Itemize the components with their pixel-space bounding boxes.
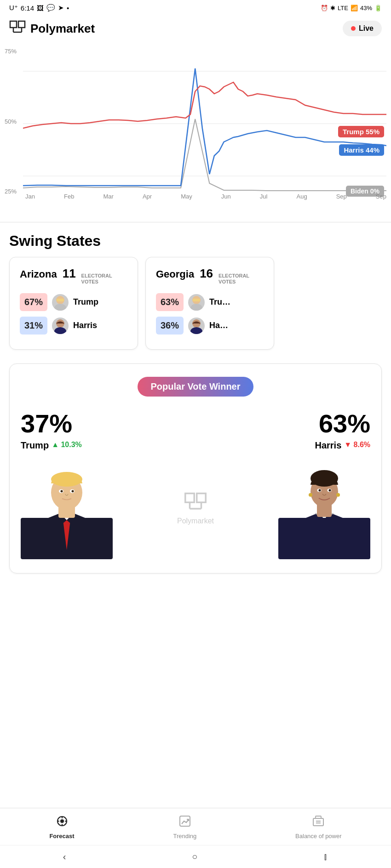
harris-vote-section: 63% Harris ▼ 8.6% <box>315 408 370 451</box>
lte-icon: LTE <box>338 5 348 11</box>
trump-vote-section: 37% Trump ▲ 10.3% <box>21 408 82 451</box>
chart-x-labels: Jan Feb Mar Apr May Jun Jul Aug Sep Sep <box>25 193 386 200</box>
x-may: May <box>181 193 192 200</box>
home-button[interactable]: ○ <box>192 851 197 862</box>
harris-figure-svg <box>278 458 370 559</box>
y-label-75: 75% <box>5 48 17 55</box>
nav-trending[interactable]: Trending <box>173 815 196 840</box>
harris-image-container <box>278 458 370 559</box>
card-header-arizona: Arizona 11 ELECTORALVOTES <box>20 267 127 285</box>
swing-card-georgia: Georgia 16 ELECTORALVOTES 63% Tru… 36% <box>145 257 274 350</box>
chart-svg <box>23 45 386 202</box>
svg-point-42 <box>336 493 340 497</box>
x-aug: Aug <box>296 193 307 200</box>
state-name-georgia: Georgia <box>156 268 194 280</box>
trending-icon <box>178 815 191 830</box>
swing-states-scroll[interactable]: Arizona 11 ELECTORALVOTES 67% Trump 31% <box>0 257 391 359</box>
trump-chart-label: Trump 55% <box>338 126 384 137</box>
price-chart: 75% 50% 25% Trump 55% Harris 44% Biden 0… <box>0 43 391 222</box>
back-button[interactable]: ‹ <box>63 851 66 862</box>
swing-card-arizona: Arizona 11 ELECTORALVOTES 67% Trump 31% <box>9 257 138 350</box>
trump-name-georgia: Tru… <box>209 297 230 307</box>
trending-label: Trending <box>173 833 196 840</box>
trump-candidate-row: Trump ▲ 10.3% <box>21 438 82 451</box>
popular-vote-card: Popular Vote Winner 37% Trump ▲ 10.3% 63… <box>9 363 382 573</box>
live-dot <box>351 26 356 31</box>
harris-vote-pct: 63% <box>315 408 370 438</box>
watermark-text: Polymarket <box>177 517 214 525</box>
svg-point-48 <box>60 819 64 823</box>
svg-point-45 <box>319 489 321 492</box>
time: 6:14 <box>21 4 34 12</box>
trump-vote-pct: 37% <box>21 408 82 438</box>
card-header-georgia: Georgia 16 ELECTORALVOTES <box>156 267 264 285</box>
watermark-logo-icon <box>177 492 214 517</box>
popular-vote-row: 37% Trump ▲ 10.3% 63% Harris ▼ 8.6% <box>21 408 370 451</box>
alarm-icon: ⏰ <box>321 5 328 11</box>
electoral-votes-georgia: 16 <box>200 267 213 281</box>
svg-rect-31 <box>197 494 206 502</box>
svg-rect-10 <box>57 299 64 301</box>
candidate-images: Polymarket <box>21 458 370 559</box>
recents-button[interactable]: ⫿ <box>323 851 328 862</box>
dot-icon: • <box>67 4 69 12</box>
logo: Polymarket <box>9 20 95 37</box>
svg-rect-54 <box>313 818 323 826</box>
forecast-label: Forecast <box>49 833 74 840</box>
harris-avatar-arizona <box>52 318 69 334</box>
electoral-label-arizona: ELECTORALVOTES <box>81 273 112 285</box>
status-bar: U⁺ 6:14 🖼 💬 ➤ • ⏰ ✱ LTE 📶 43% 🔋 <box>0 0 391 16</box>
polymarket-logo-icon <box>9 20 26 37</box>
logo-text: Polymarket <box>30 22 95 36</box>
harris-candidate-row: Harris ▼ 8.6% <box>315 438 370 451</box>
trump-vote-name: Trump <box>21 440 49 451</box>
watermark: Polymarket <box>177 492 214 525</box>
trump-pct-arizona: 67% <box>20 293 47 311</box>
x-mar: Mar <box>103 193 113 200</box>
y-label-50: 50% <box>5 118 17 125</box>
carrier: U⁺ <box>9 4 18 12</box>
forecast-icon <box>56 815 69 830</box>
svg-rect-0 <box>10 21 17 28</box>
bluetooth-icon: ✱ <box>330 5 335 11</box>
status-left: U⁺ 6:14 🖼 💬 ➤ • <box>9 4 69 12</box>
harris-bar-georgia: 36% Ha… <box>156 317 264 335</box>
popular-vote-header: Popular Vote Winner <box>21 377 370 397</box>
battery-icon: 🔋 <box>374 5 382 11</box>
nav-balance[interactable]: Balance of power <box>295 815 341 840</box>
harris-name-georgia: Ha… <box>209 321 228 330</box>
svg-rect-1 <box>18 21 25 28</box>
svg-point-28 <box>61 490 63 493</box>
harris-vote-change: ▼ 8.6% <box>344 441 370 449</box>
harris-chart-label: Harris 44% <box>339 144 384 156</box>
svg-point-41 <box>309 493 312 497</box>
popular-vote-badge: Popular Vote Winner <box>138 377 253 397</box>
live-button[interactable]: Live <box>343 21 382 36</box>
photo-icon: 🖼 <box>37 4 44 12</box>
trump-pct-georgia: 63% <box>156 293 184 311</box>
signal-icon: 📶 <box>351 5 358 11</box>
trump-figure-svg <box>21 458 113 559</box>
trump-avatar-arizona <box>52 294 69 311</box>
swing-states-title: Swing States <box>0 222 391 257</box>
x-sep2: Sep <box>376 193 386 200</box>
electoral-label-georgia: ELECTORALVOTES <box>218 273 249 285</box>
x-feb: Feb <box>64 193 74 200</box>
harris-pct-arizona: 31% <box>20 317 47 335</box>
harris-name-arizona: Harris <box>73 321 97 330</box>
x-sep1: Sep <box>336 193 347 200</box>
nav-forecast[interactable]: Forecast <box>49 815 74 840</box>
chart-y-labels: 75% 50% 25% <box>5 48 17 195</box>
y-label-25: 25% <box>5 188 17 195</box>
battery-pct: 43% <box>360 5 372 11</box>
svg-rect-15 <box>193 299 200 301</box>
svg-point-46 <box>329 489 331 492</box>
balance-icon <box>312 815 325 830</box>
header: Polymarket Live <box>0 16 391 43</box>
balance-label: Balance of power <box>295 833 341 840</box>
svg-point-9 <box>54 304 66 311</box>
svg-rect-30 <box>185 494 194 502</box>
trump-bar-arizona: 67% Trump <box>20 293 127 311</box>
harris-vote-name: Harris <box>315 440 341 451</box>
x-jul: Jul <box>260 193 268 200</box>
